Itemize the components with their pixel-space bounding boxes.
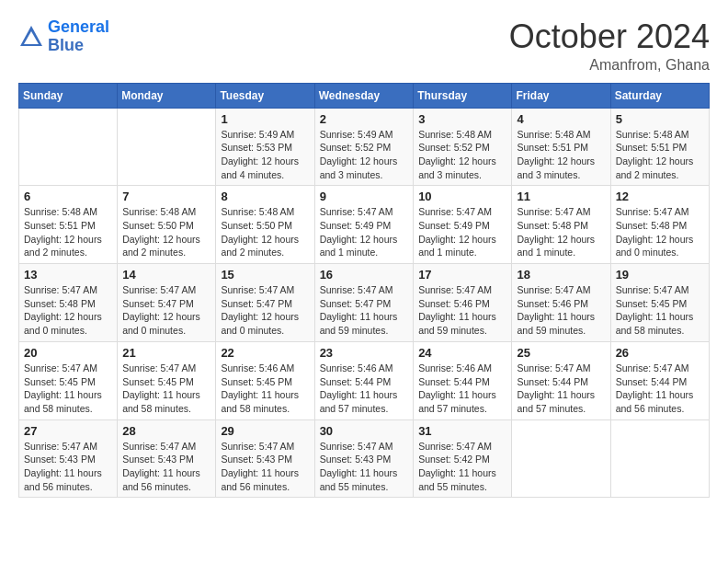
day-number: 14 [122,268,210,282]
day-info: Sunrise: 5:47 AM Sunset: 5:44 PM Dayligh… [616,362,704,416]
day-info: Sunrise: 5:47 AM Sunset: 5:47 PM Dayligh… [122,283,210,338]
calendar-week-1: 1Sunrise: 5:49 AM Sunset: 5:53 PM Daylig… [19,108,710,186]
day-info: Sunrise: 5:47 AM Sunset: 5:48 PM Dayligh… [24,283,112,338]
day-number: 29 [221,424,309,438]
col-friday: Friday [512,83,610,108]
calendar-cell: 22Sunrise: 5:46 AM Sunset: 5:45 PM Dayli… [216,341,314,419]
day-number: 10 [418,190,506,203]
month-year: October 2024 [509,18,710,55]
calendar-cell: 28Sunrise: 5:47 AM Sunset: 5:43 PM Dayli… [118,419,216,498]
calendar-cell: 20Sunrise: 5:47 AM Sunset: 5:45 PM Dayli… [19,341,118,419]
calendar-cell [512,419,610,498]
day-info: Sunrise: 5:47 AM Sunset: 5:45 PM Dayligh… [122,362,210,416]
col-thursday: Thursday [414,83,512,108]
calendar-week-4: 20Sunrise: 5:47 AM Sunset: 5:45 PM Dayli… [19,341,710,419]
calendar-cell: 11Sunrise: 5:47 AM Sunset: 5:48 PM Dayli… [512,186,610,264]
day-number: 2 [320,112,409,126]
calendar-cell [19,108,118,186]
calendar-cell: 15Sunrise: 5:47 AM Sunset: 5:47 PM Dayli… [216,264,314,342]
calendar-cell: 2Sunrise: 5:49 AM Sunset: 5:52 PM Daylig… [314,108,414,186]
day-number: 27 [24,424,112,438]
day-info: Sunrise: 5:47 AM Sunset: 5:43 PM Dayligh… [122,440,210,494]
day-number: 30 [320,424,409,438]
day-number: 9 [320,190,409,203]
day-number: 11 [517,190,605,203]
calendar-cell: 1Sunrise: 5:49 AM Sunset: 5:53 PM Daylig… [216,108,314,186]
calendar-cell: 21Sunrise: 5:47 AM Sunset: 5:45 PM Dayli… [118,341,216,419]
day-info: Sunrise: 5:46 AM Sunset: 5:45 PM Dayligh… [221,362,309,416]
col-wednesday: Wednesday [314,83,414,108]
day-info: Sunrise: 5:47 AM Sunset: 5:47 PM Dayligh… [221,283,309,338]
day-number: 22 [221,346,309,360]
title-block: October 2024 Amanfrom, Ghana [509,18,710,74]
calendar-cell [610,419,709,498]
calendar-cell: 12Sunrise: 5:47 AM Sunset: 5:48 PM Dayli… [610,186,709,264]
day-info: Sunrise: 5:46 AM Sunset: 5:44 PM Dayligh… [418,362,506,416]
day-info: Sunrise: 5:47 AM Sunset: 5:49 PM Dayligh… [418,205,506,259]
day-number: 23 [320,346,409,360]
calendar-cell [118,108,216,186]
day-number: 18 [517,268,605,282]
logo-text: General Blue [48,18,109,55]
day-info: Sunrise: 5:47 AM Sunset: 5:48 PM Dayligh… [616,205,704,259]
calendar-cell: 25Sunrise: 5:47 AM Sunset: 5:44 PM Dayli… [512,341,610,419]
calendar-cell: 8Sunrise: 5:48 AM Sunset: 5:50 PM Daylig… [216,186,314,264]
calendar-cell: 5Sunrise: 5:48 AM Sunset: 5:51 PM Daylig… [610,108,709,186]
location: Amanfrom, Ghana [509,57,710,74]
day-number: 1 [221,112,309,126]
day-number: 5 [616,112,704,126]
day-info: Sunrise: 5:47 AM Sunset: 5:43 PM Dayligh… [24,440,112,494]
calendar-cell: 29Sunrise: 5:47 AM Sunset: 5:43 PM Dayli… [216,419,314,498]
calendar-table: Sunday Monday Tuesday Wednesday Thursday… [18,83,710,499]
calendar-cell: 30Sunrise: 5:47 AM Sunset: 5:43 PM Dayli… [314,419,414,498]
calendar-header-row: Sunday Monday Tuesday Wednesday Thursday… [19,83,710,108]
day-info: Sunrise: 5:47 AM Sunset: 5:43 PM Dayligh… [221,440,309,494]
day-info: Sunrise: 5:46 AM Sunset: 5:44 PM Dayligh… [320,362,409,416]
col-sunday: Sunday [19,83,118,108]
day-info: Sunrise: 5:49 AM Sunset: 5:53 PM Dayligh… [221,128,309,182]
day-info: Sunrise: 5:47 AM Sunset: 5:45 PM Dayligh… [616,283,704,338]
calendar-cell: 19Sunrise: 5:47 AM Sunset: 5:45 PM Dayli… [610,264,709,342]
day-number: 25 [517,346,605,360]
day-info: Sunrise: 5:48 AM Sunset: 5:50 PM Dayligh… [122,205,210,259]
day-number: 19 [616,268,704,282]
col-saturday: Saturday [610,83,709,108]
calendar-cell: 6Sunrise: 5:48 AM Sunset: 5:51 PM Daylig… [19,186,118,264]
day-info: Sunrise: 5:48 AM Sunset: 5:51 PM Dayligh… [616,128,704,182]
calendar-week-5: 27Sunrise: 5:47 AM Sunset: 5:43 PM Dayli… [19,419,710,498]
day-info: Sunrise: 5:47 AM Sunset: 5:46 PM Dayligh… [418,283,506,338]
calendar-cell: 23Sunrise: 5:46 AM Sunset: 5:44 PM Dayli… [314,341,414,419]
day-number: 16 [320,268,409,282]
day-number: 20 [24,346,112,360]
day-number: 12 [616,190,704,203]
day-number: 28 [122,424,210,438]
day-number: 31 [418,424,506,438]
calendar-cell: 10Sunrise: 5:47 AM Sunset: 5:49 PM Dayli… [414,186,512,264]
page-header: General Blue October 2024 Amanfrom, Ghan… [18,18,710,74]
day-info: Sunrise: 5:48 AM Sunset: 5:51 PM Dayligh… [24,205,112,259]
calendar-week-2: 6Sunrise: 5:48 AM Sunset: 5:51 PM Daylig… [19,186,710,264]
col-tuesday: Tuesday [216,83,314,108]
day-info: Sunrise: 5:47 AM Sunset: 5:43 PM Dayligh… [320,440,409,494]
day-number: 26 [616,346,704,360]
calendar-cell: 14Sunrise: 5:47 AM Sunset: 5:47 PM Dayli… [118,264,216,342]
day-info: Sunrise: 5:47 AM Sunset: 5:48 PM Dayligh… [517,205,605,259]
day-info: Sunrise: 5:47 AM Sunset: 5:45 PM Dayligh… [24,362,112,416]
day-number: 17 [418,268,506,282]
day-info: Sunrise: 5:47 AM Sunset: 5:49 PM Dayligh… [320,205,409,259]
calendar-cell: 16Sunrise: 5:47 AM Sunset: 5:47 PM Dayli… [314,264,414,342]
calendar-cell: 13Sunrise: 5:47 AM Sunset: 5:48 PM Dayli… [19,264,118,342]
day-info: Sunrise: 5:48 AM Sunset: 5:52 PM Dayligh… [418,128,506,182]
calendar-cell: 9Sunrise: 5:47 AM Sunset: 5:49 PM Daylig… [314,186,414,264]
day-info: Sunrise: 5:49 AM Sunset: 5:52 PM Dayligh… [320,128,409,182]
day-info: Sunrise: 5:47 AM Sunset: 5:44 PM Dayligh… [517,362,605,416]
day-info: Sunrise: 5:47 AM Sunset: 5:46 PM Dayligh… [517,283,605,338]
day-info: Sunrise: 5:48 AM Sunset: 5:50 PM Dayligh… [221,205,309,259]
day-info: Sunrise: 5:47 AM Sunset: 5:42 PM Dayligh… [418,440,506,494]
day-number: 3 [418,112,506,126]
calendar-cell: 7Sunrise: 5:48 AM Sunset: 5:50 PM Daylig… [118,186,216,264]
day-number: 15 [221,268,309,282]
day-info: Sunrise: 5:47 AM Sunset: 5:47 PM Dayligh… [320,283,409,338]
day-number: 21 [122,346,210,360]
calendar-cell: 24Sunrise: 5:46 AM Sunset: 5:44 PM Dayli… [414,341,512,419]
